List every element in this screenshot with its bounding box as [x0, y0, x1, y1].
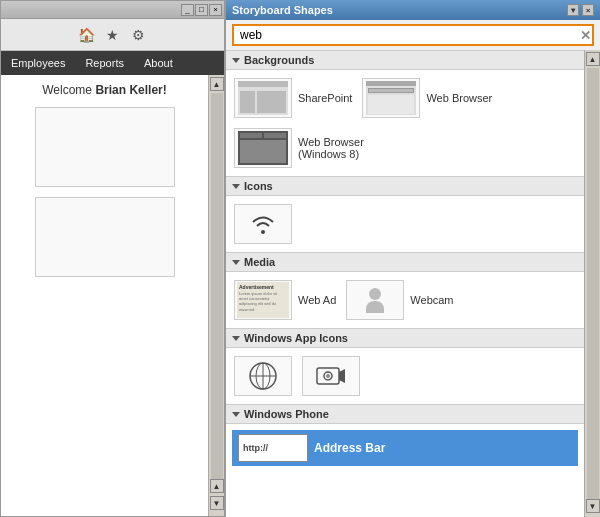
shapes-close-button[interactable]: ×: [582, 4, 594, 16]
webcam-thumb: [346, 280, 404, 320]
app-window: _ □ × 🏠 ★ ⚙ Employees Reports About Welc…: [0, 0, 225, 517]
minimize-button[interactable]: _: [181, 4, 194, 16]
shapes-panel: Storyboard Shapes ▾ × ✕ Backgrounds: [225, 0, 600, 517]
app-toolbar: 🏠 ★ ⚙: [1, 19, 224, 51]
section-media: Media: [226, 252, 584, 272]
shapes-scroll-down[interactable]: ▼: [586, 499, 600, 513]
section-win-app-icons-label: Windows App Icons: [244, 332, 348, 344]
search-input[interactable]: [232, 24, 594, 46]
camera-icon: [311, 356, 351, 396]
address-bar-item[interactable]: http:// Address Bar: [232, 430, 578, 466]
web-browser-item[interactable]: Web Browser: [360, 76, 494, 120]
backgrounds-grid: SharePoint Web Browser: [226, 70, 584, 176]
win-app-icons-grid: [226, 348, 584, 404]
web-ad-preview: Advertisement Lorem ipsum dolor sit amet…: [237, 282, 289, 318]
address-bar-label: Address Bar: [314, 441, 385, 455]
wifi-thumb: [234, 204, 292, 244]
wifi-item[interactable]: [232, 202, 294, 246]
web-browser-w8-label: Web Browser (Windows 8): [298, 136, 368, 160]
globe-icon: [243, 356, 283, 396]
section-collapse-win-phone[interactable]: [232, 412, 240, 417]
svg-marker-6: [339, 369, 345, 383]
title-bar: _ □ ×: [1, 1, 224, 19]
star-icon[interactable]: ★: [104, 26, 122, 44]
shapes-title-bar: Storyboard Shapes ▾ ×: [226, 0, 600, 20]
scroll-track[interactable]: [211, 93, 223, 479]
person-silhouette: [366, 288, 384, 313]
section-collapse-media[interactable]: [232, 260, 240, 265]
shapes-scroll-track[interactable]: [587, 68, 599, 499]
section-collapse-icons[interactable]: [232, 184, 240, 189]
title-bar-buttons: _ □ ×: [181, 4, 222, 16]
section-win-phone-label: Windows Phone: [244, 408, 329, 420]
section-collapse-backgrounds[interactable]: [232, 58, 240, 63]
home-icon[interactable]: 🏠: [78, 26, 96, 44]
globe-app-thumb: [234, 356, 292, 396]
web-browser-w8-thumb: [234, 128, 292, 168]
scroll-up-arrow[interactable]: ▲: [210, 77, 224, 91]
scroll-page-down[interactable]: ▼: [210, 496, 224, 510]
content-box-2: [35, 197, 175, 277]
nav-bar: Employees Reports About: [1, 51, 224, 75]
sharepoint-thumb: [234, 78, 292, 118]
svg-point-0: [261, 230, 265, 234]
app-content: Welcome Brian Keller!: [1, 75, 208, 516]
web-browser-w8-item[interactable]: Web Browser (Windows 8): [232, 126, 370, 170]
web-browser-label: Web Browser: [426, 92, 492, 104]
wifi-icon: [248, 209, 278, 239]
webcam-preview: [360, 282, 390, 318]
content-box-1: [35, 107, 175, 187]
media-grid: Advertisement Lorem ipsum dolor sit amet…: [226, 272, 584, 328]
section-backgrounds: Backgrounds: [226, 50, 584, 70]
sharepoint-item[interactable]: SharePoint: [232, 76, 354, 120]
section-win-phone: Windows Phone: [226, 404, 584, 424]
web-ad-thumb: Advertisement Lorem ipsum dolor sit amet…: [234, 280, 292, 320]
svg-point-8: [326, 374, 330, 378]
sharepoint-label: SharePoint: [298, 92, 352, 104]
shapes-scrollbar[interactable]: ▲ ▼: [584, 50, 600, 517]
user-name: Brian Keller!: [95, 83, 166, 97]
web-ad-item[interactable]: Advertisement Lorem ipsum dolor sit amet…: [232, 278, 338, 322]
globe-app-item[interactable]: [232, 354, 294, 398]
bottom-scroll-arrows: ▲ ▼: [210, 479, 224, 514]
section-win-app-icons: Windows App Icons: [226, 328, 584, 348]
shapes-pin-button[interactable]: ▾: [567, 4, 579, 16]
settings-icon[interactable]: ⚙: [130, 26, 148, 44]
cam-app-item[interactable]: [300, 354, 362, 398]
close-button[interactable]: ×: [209, 4, 222, 16]
web-browser-thumb: [362, 78, 420, 118]
section-backgrounds-label: Backgrounds: [244, 54, 314, 66]
nav-employees[interactable]: Employees: [1, 51, 75, 75]
search-clear-button[interactable]: ✕: [580, 29, 591, 42]
webcam-item[interactable]: Webcam: [344, 278, 455, 322]
scroll-page-up[interactable]: ▲: [210, 479, 224, 493]
left-scrollbar[interactable]: ▲ ▲ ▼: [208, 75, 224, 516]
nav-reports[interactable]: Reports: [75, 51, 134, 75]
win-phone-grid: http:// Address Bar: [226, 424, 584, 472]
section-icons: Icons: [226, 176, 584, 196]
welcome-message: Welcome Brian Keller!: [9, 83, 200, 97]
webcam-label: Webcam: [410, 294, 453, 306]
search-bar: ✕: [226, 20, 600, 50]
shapes-title-controls: ▾ ×: [567, 4, 594, 16]
section-icons-label: Icons: [244, 180, 273, 192]
section-collapse-win-app[interactable]: [232, 336, 240, 341]
cam-app-thumb: [302, 356, 360, 396]
shapes-panel-title: Storyboard Shapes: [232, 4, 333, 16]
icons-grid: [226, 196, 584, 252]
restore-button[interactable]: □: [195, 4, 208, 16]
nav-about[interactable]: About: [134, 51, 183, 75]
shapes-scroll-up[interactable]: ▲: [586, 52, 600, 66]
web-ad-label: Web Ad: [298, 294, 336, 306]
search-input-wrapper: ✕: [232, 24, 594, 46]
section-media-label: Media: [244, 256, 275, 268]
shapes-content: Backgrounds SharePoint: [226, 50, 584, 517]
address-bar-thumb: http://: [238, 434, 308, 462]
